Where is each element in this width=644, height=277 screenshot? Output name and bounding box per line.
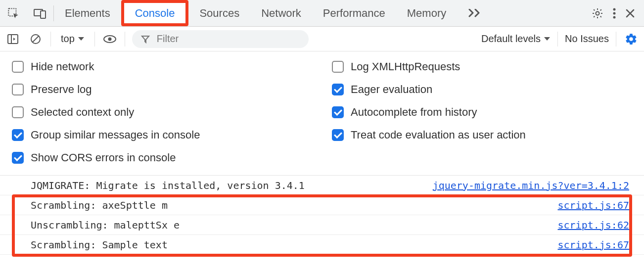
filter-placeholder: Filter: [157, 33, 179, 45]
live-expression-icon[interactable]: [102, 31, 118, 47]
setting-hide-network[interactable]: Hide network: [12, 60, 312, 73]
log-levels-selector[interactable]: Default levels: [481, 33, 551, 45]
inspect-element-icon[interactable]: [0, 0, 27, 26]
close-icon[interactable]: [625, 8, 635, 18]
checkbox-icon[interactable]: [332, 84, 344, 95]
divider: [557, 32, 558, 46]
setting-label: Group similar messages in console: [31, 129, 200, 141]
settings-icon[interactable]: [592, 7, 603, 19]
log-source-link[interactable]: script.js:62: [558, 219, 630, 231]
log-message: JQMIGRATE: Migrate is installed, version…: [31, 180, 305, 191]
log-source-link[interactable]: jquery-migrate.min.js?ver=3.4.1:2: [433, 180, 629, 191]
clear-console-icon[interactable]: [28, 31, 44, 47]
svg-point-10: [108, 37, 111, 41]
svg-point-6: [613, 16, 616, 18]
setting-group-similar[interactable]: Group similar messages in console: [12, 129, 312, 141]
tab-elements[interactable]: Elements: [54, 0, 121, 26]
log-row: Unscrambling: malepttSx e script.js:62: [0, 215, 644, 235]
setting-label: Log XMLHttpRequests: [351, 60, 460, 73]
tab-console[interactable]: Console: [121, 0, 189, 26]
checkbox-icon[interactable]: [12, 84, 24, 95]
log-row: Scrambling: Sample text script.js:67: [0, 235, 644, 255]
setting-label: Selected context only: [31, 106, 134, 119]
log-message: Unscrambling: malepttSx e: [31, 219, 180, 231]
more-tabs-icon[interactable]: [457, 0, 493, 26]
log-source-link[interactable]: script.js:67: [558, 239, 630, 251]
chevron-down-icon: [78, 37, 85, 42]
divider: [616, 32, 616, 46]
svg-point-5: [613, 12, 616, 14]
checkbox-icon[interactable]: [12, 106, 24, 118]
tab-performance[interactable]: Performance: [312, 0, 396, 26]
divider: [125, 32, 125, 46]
svg-point-4: [613, 8, 616, 10]
setting-eager-eval[interactable]: Eager evaluation: [332, 83, 632, 96]
setting-label: Show CORS errors in console: [31, 151, 176, 164]
log-message: Scrambling: axeSpttle m: [31, 199, 168, 211]
svg-point-3: [596, 11, 599, 15]
issues-label[interactable]: No Issues: [565, 33, 609, 45]
divider: [50, 32, 51, 46]
context-label: top: [61, 33, 75, 45]
checkbox-icon[interactable]: [332, 129, 344, 141]
tab-network[interactable]: Network: [250, 0, 312, 26]
toggle-sidebar-icon[interactable]: [5, 31, 21, 47]
device-toolbar-icon[interactable]: [27, 0, 53, 26]
filter-input[interactable]: Filter: [132, 30, 309, 48]
checkbox-icon[interactable]: [332, 106, 344, 118]
kebab-menu-icon[interactable]: [612, 7, 616, 19]
setting-cors-errors[interactable]: Show CORS errors in console: [12, 151, 312, 164]
setting-label: Eager evaluation: [351, 83, 432, 96]
checkbox-icon[interactable]: [12, 152, 24, 164]
log-row: JQMIGRATE: Migrate is installed, version…: [0, 176, 644, 195]
setting-user-action[interactable]: Treat code evaluation as user action: [332, 129, 632, 141]
log-row: Scrambling: axeSpttle m script.js:67: [0, 195, 644, 215]
chevron-down-icon: [544, 37, 551, 42]
checkbox-icon[interactable]: [12, 129, 24, 141]
log-source-link[interactable]: script.js:67: [558, 199, 630, 211]
context-selector[interactable]: top: [58, 33, 88, 45]
console-settings-icear-icon[interactable]: [623, 31, 639, 47]
setting-label: Hide network: [31, 60, 94, 73]
setting-log-xhr[interactable]: Log XMLHttpRequests: [332, 60, 632, 73]
log-message: Scrambling: Sample text: [31, 239, 168, 251]
levels-label: Default levels: [481, 33, 541, 45]
console-settings-panel: Hide network Preserve log Selected conte…: [0, 51, 644, 176]
console-log-list: JQMIGRATE: Migrate is installed, version…: [0, 176, 644, 255]
devtools-tabbar: Elements Console Sources Network Perform…: [0, 0, 644, 27]
setting-label: Preserve log: [31, 83, 92, 96]
svg-rect-7: [8, 35, 18, 44]
svg-rect-2: [41, 11, 46, 18]
divider: [94, 32, 95, 46]
checkbox-icon[interactable]: [12, 61, 24, 73]
setting-autocomplete[interactable]: Autocomplete from history: [332, 106, 632, 119]
tab-memory[interactable]: Memory: [396, 0, 457, 26]
setting-label: Autocomplete from history: [351, 106, 477, 119]
filter-icon: [141, 35, 150, 44]
checkbox-icon[interactable]: [332, 61, 344, 73]
tabs: Elements Console Sources Network Perform…: [54, 0, 592, 26]
setting-label: Treat code evaluation as user action: [351, 129, 526, 141]
setting-selected-context[interactable]: Selected context only: [12, 106, 312, 119]
setting-preserve-log[interactable]: Preserve log: [12, 83, 312, 96]
tab-sources[interactable]: Sources: [188, 0, 250, 26]
console-toolbar: top Filter Default levels No Issues: [0, 27, 644, 51]
